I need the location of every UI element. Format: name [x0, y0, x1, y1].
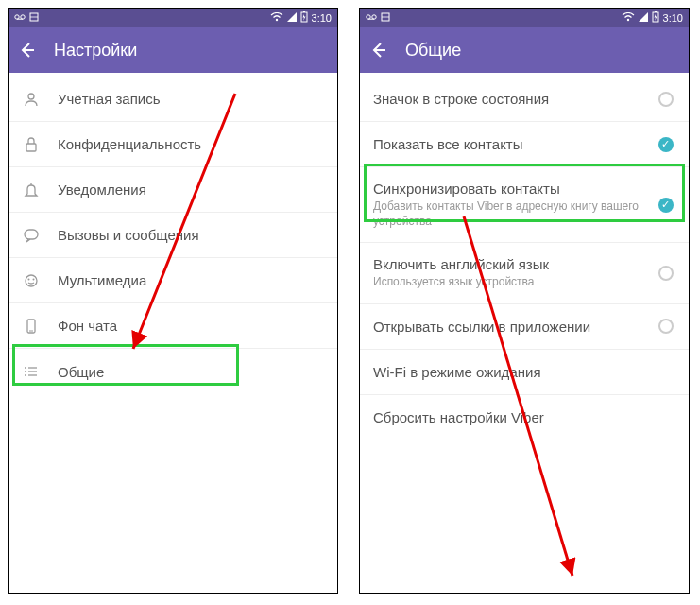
svg-point-0: [15, 15, 19, 19]
svg-rect-7: [303, 11, 305, 12]
settings-list: Учётная запись Конфиденциальность Уведом…: [9, 73, 337, 398]
voicemail-icon: [366, 12, 377, 24]
status-bar: 3:10: [9, 9, 337, 27]
svg-rect-12: [25, 230, 38, 239]
app-bar: Настройки: [9, 27, 337, 73]
row-label: Конфиденциальность: [58, 136, 322, 152]
row-general[interactable]: Общие: [9, 349, 337, 394]
list-icon: [22, 363, 41, 380]
row-label: Синхронизировать контакты: [373, 181, 641, 197]
row-label: Общие: [58, 364, 322, 380]
phone-screen-general: 3:10 Общие Значок в строке состояния Пок…: [359, 8, 690, 594]
svg-point-5: [275, 19, 277, 21]
status-time: 3:10: [312, 12, 332, 24]
row-label: Учётная запись: [58, 91, 322, 107]
row-media[interactable]: Мультимедиа: [9, 258, 337, 303]
svg-point-20: [25, 374, 26, 376]
phone-frame-icon: [22, 318, 41, 335]
svg-point-13: [26, 275, 37, 286]
row-label: Фон чата: [58, 318, 322, 334]
row-account[interactable]: Учётная запись: [9, 77, 337, 122]
toggle-off[interactable]: [658, 319, 674, 334]
row-english-lang[interactable]: Включить английский язык Используется яз…: [360, 243, 689, 304]
svg-point-18: [25, 367, 26, 369]
row-label: Показать все контакты: [373, 136, 641, 152]
row-open-links[interactable]: Открывать ссылки в приложении: [360, 304, 689, 350]
toggle-off[interactable]: [658, 92, 674, 107]
row-label: Мультимедиа: [58, 272, 322, 288]
svg-rect-32: [655, 11, 657, 12]
svg-point-19: [25, 371, 26, 372]
chat-icon: [22, 227, 41, 244]
row-wifi-sleep[interactable]: Wi-Fi в режиме ожидания: [360, 350, 689, 395]
back-button[interactable]: [369, 41, 388, 60]
svg-point-15: [33, 278, 35, 280]
media-icon: [22, 272, 41, 289]
user-icon: [22, 91, 41, 108]
svg-point-30: [626, 19, 628, 21]
svg-point-14: [28, 278, 30, 280]
row-privacy[interactable]: Конфиденциальность: [9, 122, 337, 167]
lock-icon: [22, 136, 41, 153]
status-time: 3:10: [663, 12, 683, 24]
signal-icon: [639, 12, 648, 24]
toggle-off[interactable]: [658, 266, 674, 281]
row-calls-messages[interactable]: Вызовы и сообщения: [9, 213, 337, 258]
row-label: Открывать ссылки в приложении: [373, 319, 641, 335]
signal-icon: [287, 12, 297, 24]
row-sublabel: Добавить контакты Viber в адресную книгу…: [373, 199, 641, 229]
appbar-title: Настройки: [54, 41, 137, 60]
row-status-icon[interactable]: Значок в строке состояния: [360, 77, 689, 122]
row-label: Вызовы и сообщения: [58, 227, 322, 243]
svg-point-9: [28, 94, 34, 99]
row-label: Значок в строке состояния: [373, 91, 641, 107]
svg-point-1: [21, 15, 25, 19]
svg-point-26: [372, 15, 376, 19]
row-label: Wi-Fi в режиме ожидания: [373, 364, 674, 380]
toggle-on[interactable]: [658, 137, 674, 152]
phone-screen-settings: 3:10 Настройки Учётная запись Конфиденци…: [8, 8, 338, 594]
row-sublabel: Используется язык устройства: [373, 275, 641, 290]
row-reset-settings[interactable]: Сбросить настройки Viber: [360, 395, 689, 441]
control-icon: [381, 12, 390, 24]
row-chat-background[interactable]: Фон чата: [9, 303, 337, 349]
toggle-on[interactable]: [658, 198, 674, 213]
voicemail-icon: [14, 12, 26, 24]
row-notifications[interactable]: Уведомления: [9, 167, 337, 213]
wifi-icon: [622, 12, 635, 24]
appbar-title: Общие: [405, 41, 461, 60]
battery-icon: [300, 11, 308, 25]
general-list: Значок в строке состояния Показать все к…: [360, 73, 689, 444]
bell-icon: [22, 182, 41, 199]
back-button[interactable]: [18, 41, 37, 60]
wifi-icon: [270, 12, 283, 24]
app-bar: Общие: [360, 27, 689, 73]
svg-point-25: [367, 15, 370, 19]
control-icon: [29, 12, 39, 24]
row-label: Уведомления: [58, 182, 322, 198]
battery-icon: [652, 11, 659, 25]
row-label: Включить английский язык: [373, 256, 641, 272]
row-sync-contacts[interactable]: Синхронизировать контакты Добавить конта…: [360, 167, 689, 243]
row-label: Сбросить настройки Viber: [373, 409, 674, 425]
svg-rect-10: [26, 144, 36, 151]
row-show-all-contacts[interactable]: Показать все контакты: [360, 122, 689, 167]
status-bar: 3:10: [360, 9, 689, 27]
